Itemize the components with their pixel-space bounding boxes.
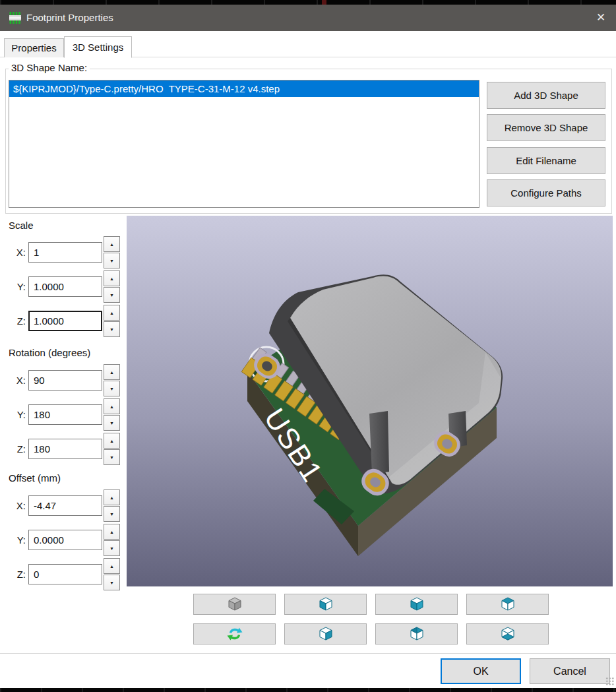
top-view-button[interactable] [466, 594, 549, 615]
offset-z-spin-up[interactable]: ▲ [104, 558, 120, 574]
offset-y-spin-up[interactable]: ▲ [104, 524, 120, 540]
footprint-icon [9, 11, 22, 24]
dialog-body: Properties 3D Settings 3D Shape Name: ${… [0, 31, 616, 688]
close-button[interactable]: ✕ [586, 5, 616, 31]
rotation-x-spin-up[interactable]: ▲ [104, 364, 120, 380]
scale-y-row: Y: ▲▼ [9, 276, 122, 297]
offset-z-row: Z: ▲▼ [9, 564, 122, 584]
resize-grip[interactable] [605, 677, 615, 686]
add-3d-shape-button[interactable]: Add 3D Shape [487, 82, 605, 109]
edit-filename-button[interactable]: Edit Filename [487, 147, 605, 174]
scale-y-label: Y: [9, 276, 26, 297]
offset-z-input[interactable] [28, 564, 102, 584]
scale-z-spin-up[interactable]: ▲ [104, 305, 120, 321]
configure-paths-button[interactable]: Configure Paths [487, 179, 605, 206]
rotation-y-input[interactable] [28, 404, 102, 425]
scale-x-spin-down[interactable]: ▼ [104, 253, 120, 268]
footer-divider [0, 653, 616, 654]
offset-x-spin-down[interactable]: ▼ [104, 506, 120, 522]
offset-x-label: X: [9, 495, 26, 516]
left-face-cube-icon [317, 596, 334, 613]
offset-y-row: Y: ▲▼ [9, 530, 122, 550]
offset-z-spin-down[interactable]: ▼ [104, 575, 120, 590]
offset-x-input[interactable] [28, 495, 102, 516]
scale-y-input[interactable] [28, 276, 102, 297]
back-face-cube-icon [408, 625, 425, 643]
rotation-y-spin-down[interactable]: ▼ [104, 415, 120, 431]
rotation-z-row: Z: ▲▼ [9, 439, 122, 459]
rotation-x-spin-down[interactable]: ▼ [104, 381, 120, 396]
right-view-button[interactable] [284, 623, 367, 645]
back-view-button[interactable] [375, 623, 458, 645]
offset-y-label: Y: [9, 530, 26, 550]
isometric-view-button[interactable] [193, 594, 276, 615]
rotation-y-row: Y: ▲▼ [9, 404, 122, 425]
scale-x-spin-up[interactable]: ▲ [104, 236, 120, 252]
front-face-cube-icon [408, 596, 425, 613]
offset-z-label: Z: [9, 564, 26, 584]
refresh-view-icon [226, 625, 243, 643]
rotation-z-spin-down[interactable]: ▼ [104, 449, 120, 465]
rotation-x-row: X: ▲▼ [9, 370, 122, 391]
scale-x-input[interactable] [28, 242, 102, 263]
rotation-z-label: Z: [9, 439, 26, 459]
remove-3d-shape-button[interactable]: Remove 3D Shape [487, 114, 605, 141]
scale-x-label: X: [9, 242, 26, 263]
bottom-face-cube-icon [499, 625, 516, 643]
rotation-x-input[interactable] [28, 370, 102, 391]
left-view-button[interactable] [284, 594, 367, 615]
background-app-ruler [0, 0, 616, 5]
bottom-view-button[interactable] [466, 623, 549, 645]
iso-cube-icon [226, 596, 243, 613]
ok-button[interactable]: OK [441, 658, 521, 684]
scale-z-row: Z: ▲▼ [9, 311, 122, 331]
scale-y-spin-down[interactable]: ▼ [104, 287, 120, 303]
titlebar: Footprint Properties ✕ [0, 5, 616, 31]
offset-y-spin-down[interactable]: ▼ [104, 540, 120, 556]
rotation-z-spin-up[interactable]: ▲ [104, 433, 120, 449]
refresh-view-button[interactable] [193, 623, 276, 645]
shape-list-item[interactable]: ${KIPRJMOD}/Type-C.pretty/HRO TYPE-C-31-… [9, 80, 479, 97]
rotation-y-spin-up[interactable]: ▲ [104, 398, 120, 414]
offset-y-input[interactable] [28, 530, 102, 550]
offset-x-row: X: ▲▼ [9, 495, 122, 516]
background-app-strip [0, 688, 616, 692]
right-face-cube-icon [317, 625, 334, 643]
scale-section-label: Scale [9, 220, 34, 232]
rotation-y-label: Y: [9, 404, 26, 425]
scale-z-label: Z: [9, 311, 26, 331]
cancel-button[interactable]: Cancel [530, 658, 610, 684]
shape-list[interactable]: ${KIPRJMOD}/Type-C.pretty/HRO TYPE-C-31-… [9, 80, 479, 208]
scale-z-input[interactable] [28, 311, 102, 331]
tab-properties[interactable]: Properties [4, 38, 64, 57]
scale-z-spin-down[interactable]: ▼ [104, 321, 120, 337]
3d-preview-viewport[interactable]: USB1 [127, 216, 613, 586]
ruler-origin-mark [322, 0, 326, 5]
scale-y-spin-up[interactable]: ▲ [104, 270, 120, 286]
offset-section-label: Offset (mm) [9, 472, 61, 484]
rotation-z-input[interactable] [28, 439, 102, 459]
shape-name-group-title: 3D Shape Name: [9, 62, 90, 73]
window-title: Footprint Properties [26, 5, 113, 31]
front-view-button[interactable] [375, 594, 458, 615]
screen: Footprint Properties ✕ Properties 3D Set… [0, 0, 616, 692]
top-face-cube-icon [499, 596, 516, 613]
tab-3d-settings[interactable]: 3D Settings [64, 36, 132, 58]
rotation-x-label: X: [9, 370, 26, 391]
scale-x-row: X: ▲▼ [9, 242, 122, 263]
offset-x-spin-up[interactable]: ▲ [104, 489, 120, 505]
rotation-section-label: Rotation (degrees) [9, 347, 90, 359]
